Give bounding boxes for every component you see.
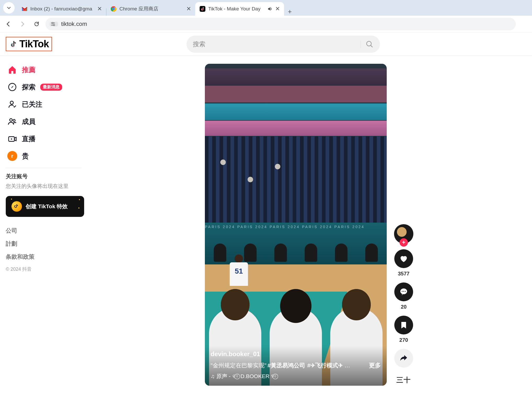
create-effects-label: 创建 TikTok 特效 [26, 203, 68, 210]
tab-title: Inbox (2) - fanruoxiao@gma [30, 6, 95, 12]
sound-name: ୧⍤⃝ D.BOOKER ୨⍤⃝ [233, 373, 277, 379]
tiktok-logo[interactable]: TikTok [6, 37, 52, 51]
like-count: 3577 [398, 271, 410, 277]
url-text: tiktok.com [61, 21, 87, 27]
video-info-overlay: devin.booker_01 "金州规定在巴黎实现" #黃丞易鸿公司 #✈飞行… [205, 346, 387, 386]
audio-icon[interactable] [267, 6, 273, 11]
tab-title: Chrome 应用商店 [119, 5, 184, 12]
url-input[interactable]: tiktok.com [45, 18, 516, 30]
bookmark-count: 270 [399, 337, 408, 343]
expand-caption-button[interactable]: 更多 [369, 361, 381, 369]
profile-avatar: r [7, 151, 17, 161]
following-empty-text: 您关注的头像将出现在这里 [6, 183, 84, 190]
effects-icon [11, 201, 22, 212]
svg-point-10 [10, 119, 12, 121]
like-button[interactable]: 3577 [394, 249, 413, 277]
video-sound[interactable]: ♫ 原声 - ୧⍤⃝ D.BOOKER ୨⍤⃝ [211, 373, 381, 380]
follow-button[interactable]: + [400, 238, 408, 247]
video-content [205, 64, 387, 386]
comment-icon [399, 287, 408, 297]
tabs-dropdown-button[interactable] [3, 2, 15, 14]
chrome-store-icon [111, 6, 117, 12]
create-effects-button[interactable]: 创建 TikTok 特效 [6, 196, 84, 217]
video-action-rail: + 3577 20 2 [394, 224, 413, 386]
sidebar-footer: 公司 計劃 条款和政策 © 2024 抖音 [6, 227, 84, 272]
bookmark-button[interactable]: 270 [394, 316, 413, 343]
forward-button[interactable] [17, 19, 28, 29]
sidebar: 推薦 探索 最新消息 已关注 成員 直播 r [0, 56, 86, 386]
tab-chrome-store[interactable]: Chrome 应用商店 ✕ [106, 2, 195, 16]
sidebar-item-recommend[interactable]: 推薦 [6, 61, 84, 78]
tiktok-header: TikTok [0, 32, 532, 56]
tiktok-note-icon [9, 40, 18, 49]
following-heading: 关注账号 [6, 173, 84, 180]
browser-tab-strip: Inbox (2) - fanruoxiao@gma ✕ Chrome 应用商店… [0, 0, 532, 16]
video-feed: devin.booker_01 "金州规定在巴黎实现" #黃丞易鸿公司 #✈飞行… [86, 56, 532, 386]
svg-point-9 [10, 101, 13, 104]
sidebar-item-friends[interactable]: 成員 [6, 113, 84, 130]
compass-icon [7, 82, 17, 92]
users-icon [7, 117, 17, 126]
close-icon[interactable]: ✕ [186, 5, 191, 12]
comment-count: 20 [401, 304, 407, 310]
sidebar-label: 贵 [22, 152, 29, 161]
footer-company[interactable]: 公司 [6, 227, 84, 235]
search-button[interactable] [361, 40, 374, 48]
new-tab-button[interactable]: + [284, 8, 296, 16]
sidebar-label: 直播 [22, 134, 36, 143]
close-icon[interactable]: ✕ [275, 5, 280, 12]
sidebar-item-live[interactable]: 直播 [6, 130, 84, 147]
video-username[interactable]: devin.booker_01 [211, 350, 381, 358]
svg-point-1 [112, 8, 115, 10]
more-options[interactable]: 三十 [396, 375, 411, 385]
footer-plan[interactable]: 計劃 [6, 240, 84, 248]
reload-button[interactable] [31, 19, 42, 29]
footer-terms[interactable]: 条款和政策 [6, 253, 84, 261]
close-icon[interactable]: ✕ [97, 5, 102, 12]
svg-point-11 [13, 119, 15, 122]
svg-point-16 [405, 291, 406, 292]
search-bar[interactable] [187, 36, 380, 53]
back-button[interactable] [3, 19, 14, 29]
logo-text: TikTok [19, 38, 49, 50]
divider [6, 168, 82, 168]
sidebar-item-following[interactable]: 已关注 [6, 96, 84, 113]
svg-point-14 [402, 291, 403, 292]
sidebar-label: 推薦 [22, 65, 36, 74]
music-note-icon: ♫ 原声 - [211, 373, 230, 380]
live-icon [7, 134, 17, 144]
svg-point-15 [403, 291, 404, 292]
new-badge: 最新消息 [40, 84, 62, 91]
chevron-down-icon [7, 6, 11, 10]
footer-copyright: © 2024 抖音 [6, 266, 84, 272]
arrow-right-icon [19, 21, 26, 27]
bookmark-icon [400, 321, 408, 329]
tab-gmail[interactable]: Inbox (2) - fanruoxiao@gma ✕ [17, 2, 106, 16]
svg-point-5 [52, 22, 53, 24]
sidebar-label: 成員 [22, 117, 36, 126]
site-settings-icon[interactable] [50, 22, 58, 26]
share-icon [399, 354, 408, 363]
sidebar-label: 探索 [22, 83, 36, 92]
sidebar-item-explore[interactable]: 探索 最新消息 [6, 78, 84, 96]
sidebar-label: 已关注 [22, 100, 42, 109]
search-icon [366, 40, 373, 48]
search-input[interactable] [193, 41, 361, 48]
video-player[interactable]: devin.booker_01 "金州规定在巴黎实现" #黃丞易鸿公司 #✈飞行… [205, 64, 387, 386]
user-check-icon [7, 99, 17, 109]
comment-button[interactable]: 20 [394, 282, 413, 310]
author-avatar[interactable]: + [394, 224, 413, 244]
tiktok-icon [199, 6, 206, 12]
tab-title: TikTok - Make Your Day [208, 6, 265, 12]
share-button[interactable] [394, 349, 413, 368]
reload-icon [33, 21, 40, 27]
hashtag[interactable]: #✈飞行模式✈ [307, 362, 343, 369]
heart-icon [399, 254, 408, 263]
tab-tiktok[interactable]: TikTok - Make Your Day ✕ [195, 2, 284, 16]
address-bar: tiktok.com [0, 16, 532, 32]
hashtag[interactable]: #黃丞易鸿公司 [268, 362, 305, 369]
svg-rect-2 [200, 6, 205, 12]
sidebar-item-profile[interactable]: r 贵 [6, 147, 84, 165]
home-icon [7, 65, 17, 75]
video-caption[interactable]: "金州规定在巴黎实现" #黃丞易鸿公司 #✈飞行模式✈ … 更多 [211, 361, 381, 369]
